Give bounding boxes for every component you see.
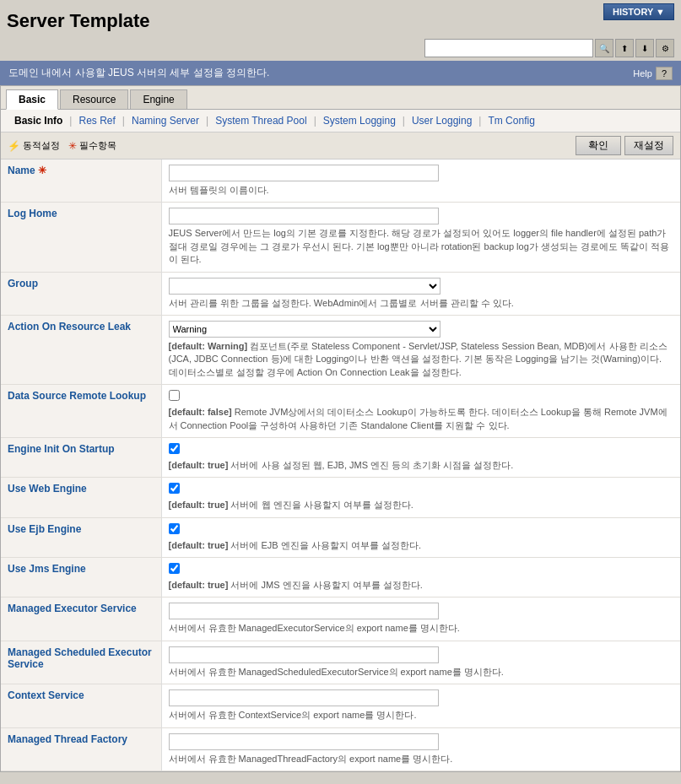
label-use-ejb-engine: Use Ejb Engine: [1, 517, 161, 557]
managed-thread-factory-input[interactable]: [169, 733, 439, 750]
required-label: 필수항목: [79, 139, 116, 152]
data-source-remote-lookup-checkbox[interactable]: [169, 390, 180, 401]
subnav-system-thread-pool[interactable]: System Thread Pool: [208, 113, 314, 128]
use-ejb-engine-desc: [default: true] 서버에 EJB 엔진을 사용할지 여부를 설정한…: [169, 539, 674, 552]
group-select[interactable]: [169, 278, 440, 295]
toolbar: ⚡ 동적설정 ✳ 필수항목 확인 재설정: [1, 132, 680, 160]
table-row: Action On Resource Leak Warning [default…: [1, 315, 680, 384]
use-web-engine-checkbox[interactable]: [169, 483, 180, 494]
label-action-on-resource-leak: Action On Resource Leak: [1, 315, 161, 384]
value-engine-init-on-startup: [default: true] 서버에 사용 설정된 웹, EJB, JMS 엔…: [161, 437, 680, 477]
required-mark: ✳: [38, 165, 46, 176]
managed-executor-service-input[interactable]: [169, 603, 439, 619]
context-service-input[interactable]: [169, 689, 439, 706]
label-managed-executor-service: Managed Executor Service: [1, 597, 161, 641]
table-row: Use Web Engine [default: true] 서버에 웹 엔진을…: [1, 478, 680, 517]
form-table: Name ✳ 서버 템플릿의 이름이다. Log Home JEUS Serve…: [1, 160, 680, 771]
value-data-source-remote-lookup: [default: false] Remote JVM상에서의 데이터소스 Lo…: [161, 385, 680, 438]
help-description: 도메인 내에서 사용할 JEUS 서버의 세부 설정을 정의한다.: [8, 66, 269, 80]
name-desc: 서버 템플릿의 이름이다.: [169, 184, 674, 197]
required-icon: ✳: [68, 140, 77, 152]
value-managed-scheduled-executor-service: 서버에서 유효한 ManagedScheduledExecutorService…: [161, 641, 680, 684]
value-log-home: JEUS Server에서 만드는 log의 기본 경로를 지정한다. 해당 경…: [161, 203, 680, 272]
group-desc: 서버 관리를 위한 그룹을 설정한다. WebAdmin에서 그룹별로 서버를 …: [169, 297, 674, 310]
action-on-resource-leak-select[interactable]: Warning: [169, 321, 440, 338]
use-jms-engine-desc: [default: true] 서버에 JMS 엔진을 사용할지 여부를 설정한…: [169, 579, 674, 592]
table-row: Use Jms Engine [default: true] 서버에 JMS 엔…: [1, 558, 680, 597]
label-managed-scheduled-executor-service: Managed Scheduled Executor Service: [1, 641, 161, 684]
subnav-basic-info[interactable]: Basic Info: [8, 113, 69, 128]
managed-scheduled-executor-service-desc: 서버에서 유효한 ManagedScheduledExecutorService…: [169, 666, 674, 679]
settings-button[interactable]: ⚙: [656, 39, 674, 57]
subnav-system-logging[interactable]: System Logging: [316, 113, 403, 128]
managed-executor-service-desc: 서버에서 유효한 ManagedExecutorService의 export …: [169, 622, 674, 635]
table-row: Engine Init On Startup [default: true] 서…: [1, 437, 680, 477]
engine-init-on-startup-desc: [default: true] 서버에 사용 설정된 웹, EJB, JMS 엔…: [169, 459, 674, 472]
table-row: Use Ejb Engine [default: true] 서버에 EJB 엔…: [1, 517, 680, 557]
table-row: Data Source Remote Lookup [default: fals…: [1, 385, 680, 438]
use-web-engine-desc: [default: true] 서버에 웹 엔진을 사용할지 여부를 설정한다.: [169, 499, 674, 511]
value-name: 서버 템플릿의 이름이다.: [161, 160, 680, 203]
value-use-web-engine: [default: true] 서버에 웹 엔진을 사용할지 여부를 설정한다.: [161, 478, 680, 517]
use-jms-engine-checkbox[interactable]: [169, 563, 180, 574]
help-bar: 도메인 내에서 사용할 JEUS 서버의 세부 설정을 정의한다. Help ?: [0, 61, 681, 85]
tab-bar: Basic Resource Engine: [1, 86, 680, 110]
value-action-on-resource-leak: Warning [default: Warning] 컴포넌트(주로 State…: [161, 315, 680, 384]
main-content: Basic Resource Engine Basic Info | Res R…: [0, 85, 681, 772]
table-row: Name ✳ 서버 템플릿의 이름이다.: [1, 160, 680, 203]
help-label: Help: [633, 68, 652, 78]
reset-button[interactable]: 재설정: [624, 136, 673, 155]
subnav-res-ref[interactable]: Res Ref: [72, 113, 122, 128]
label-data-source-remote-lookup: Data Source Remote Lookup: [1, 385, 161, 438]
action-on-resource-leak-desc: [default: Warning] 컴포넌트(주로 Stateless Com…: [169, 340, 674, 379]
name-input[interactable]: [169, 165, 439, 181]
confirm-button[interactable]: 확인: [576, 136, 621, 155]
help-button[interactable]: ?: [656, 67, 673, 80]
subnav-tm-config[interactable]: Tm Config: [481, 113, 541, 128]
label-engine-init-on-startup: Engine Init On Startup: [1, 437, 161, 477]
value-use-jms-engine: [default: true] 서버에 JMS 엔진을 사용할지 여부를 설정한…: [161, 558, 680, 597]
download-button[interactable]: ⬇: [635, 39, 654, 57]
toolbar-right: 확인 재설정: [576, 136, 673, 155]
history-button[interactable]: HISTORY ▼: [603, 3, 674, 20]
tab-basic[interactable]: Basic: [6, 89, 58, 110]
search-button[interactable]: 🔍: [595, 39, 613, 57]
tab-resource[interactable]: Resource: [60, 89, 128, 109]
log-home-input[interactable]: [169, 208, 439, 224]
table-row: Managed Executor Service 서버에서 유효한 Manage…: [1, 597, 680, 641]
value-managed-thread-factory: 서버에서 유효한 ManagedThreadFactory의 export na…: [161, 727, 680, 770]
value-group: 서버 관리를 위한 그룹을 설정한다. WebAdmin에서 그룹별로 서버를 …: [161, 272, 680, 315]
table-row: Managed Scheduled Executor Service 서버에서 …: [1, 641, 680, 684]
table-row: Log Home JEUS Server에서 만드는 log의 기본 경로를 지…: [1, 203, 680, 272]
subnav-user-logging[interactable]: User Logging: [405, 113, 478, 128]
context-service-desc: 서버에서 유효한 ContextService의 export name를 명시…: [169, 709, 674, 722]
label-name: Name ✳: [1, 160, 161, 203]
label-context-service: Context Service: [1, 684, 161, 727]
tab-engine[interactable]: Engine: [130, 89, 186, 109]
table-row: Context Service 서버에서 유효한 ContextService의…: [1, 684, 680, 727]
managed-thread-factory-desc: 서버에서 유효한 ManagedThreadFactory의 export na…: [169, 753, 674, 765]
search-input[interactable]: [424, 39, 593, 57]
label-log-home: Log Home: [1, 203, 161, 272]
data-source-remote-lookup-desc: [default: false] Remote JVM상에서의 데이터소스 Lo…: [169, 406, 674, 432]
use-ejb-engine-checkbox[interactable]: [169, 523, 180, 534]
label-managed-thread-factory: Managed Thread Factory: [1, 727, 161, 770]
label-group: Group: [1, 272, 161, 315]
label-use-web-engine: Use Web Engine: [1, 478, 161, 517]
search-bar: 🔍 ⬆ ⬇ ⚙: [0, 35, 681, 61]
value-context-service: 서버에서 유효한 ContextService의 export name를 명시…: [161, 684, 680, 727]
label-use-jms-engine: Use Jms Engine: [1, 558, 161, 597]
dynamic-label: 동적설정: [23, 139, 60, 152]
table-row: Managed Thread Factory 서버에서 유효한 ManagedT…: [1, 727, 680, 770]
managed-scheduled-executor-service-input[interactable]: [169, 646, 439, 663]
top-bar: Server Template HISTORY ▼: [0, 0, 681, 35]
subnav-naming-server[interactable]: Naming Server: [125, 113, 206, 128]
value-use-ejb-engine: [default: true] 서버에 EJB 엔진을 사용할지 여부를 설정한…: [161, 517, 680, 557]
toolbar-left: ⚡ 동적설정 ✳ 필수항목: [8, 139, 116, 152]
sub-nav: Basic Info | Res Ref | Naming Server | S…: [1, 110, 680, 132]
page-title: Server Template: [7, 3, 150, 32]
upload-button[interactable]: ⬆: [615, 39, 634, 57]
engine-init-on-startup-checkbox[interactable]: [169, 443, 180, 454]
table-row: Group 서버 관리를 위한 그룹을 설정한다. WebAdmin에서 그룹별…: [1, 272, 680, 315]
log-home-desc: JEUS Server에서 만드는 log의 기본 경로를 지정한다. 해당 경…: [169, 227, 674, 266]
